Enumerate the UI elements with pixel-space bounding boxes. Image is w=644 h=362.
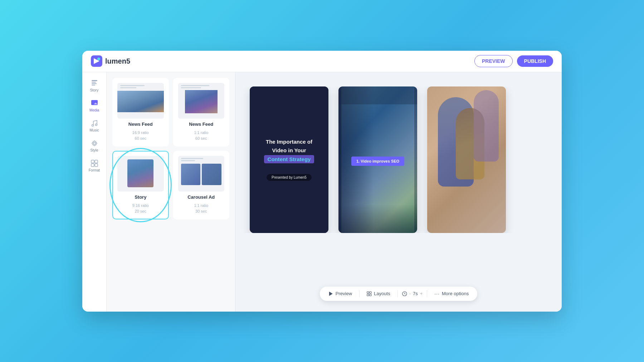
layouts-toolbar-btn[interactable]: Layouts [364,289,393,298]
carousel-ad-meta: 1:1 ratio 30 sec [194,203,208,214]
media-icon [91,99,98,107]
sidebar-format-label: Format [89,168,100,172]
layouts-toolbar-label: Layouts [374,291,390,296]
logo-text: lumen5 [105,57,130,65]
news-feed-16-9-meta: 16:9 ratio 60 sec [132,130,149,142]
svg-rect-3 [92,80,97,81]
news-feed-1-1-meta: 1:1 ratio 60 sec [194,130,208,142]
slide-title-line1: The Importance of [266,138,312,145]
main-content: Story Media Music [82,72,562,312]
sidebar-icons: Story Media Music [82,72,107,312]
svg-rect-4 [92,82,96,83]
preview-area: The Importance of Video in Your Content … [235,72,562,312]
news-feed-1-1-title: News Feed [189,122,213,127]
svg-rect-21 [370,294,371,296]
app-window: lumen5 PREVIEW PUBLISH Story [82,51,562,312]
sidebar-style-label: Style [90,148,98,152]
sidebar-item-format[interactable]: Format [82,157,106,175]
format-card-news-feed-1-1[interactable]: News Feed 1:1 ratio 60 sec [173,78,230,147]
slide-highlight: Content Strategy [264,155,314,163]
svg-point-11 [95,124,97,125]
style-icon [91,139,98,147]
format-card-news-feed-16-9[interactable]: News Feed 16:9 ratio 60 sec [112,78,169,147]
story-icon [91,79,98,87]
format-card-story[interactable]: Story 9:16 ratio 20 sec [112,151,169,219]
svg-marker-17 [329,292,333,296]
toolbar-divider-1 [359,290,360,297]
more-options-label: More options [442,291,469,296]
layouts-icon [367,291,372,296]
publish-button[interactable]: PUBLISH [517,55,553,67]
svg-rect-5 [92,83,97,84]
slide-3-content [427,86,506,233]
svg-rect-13 [91,160,94,163]
svg-point-2 [97,58,100,60]
logo-icon [91,55,102,67]
slide-2-label: 1. Video improves SEO [351,157,404,166]
slide-1[interactable]: The Importance of Video in Your Content … [250,86,328,233]
slide-2-content: 1. Video improves SEO [338,86,417,233]
preview-button[interactable]: PREVIEW [474,55,513,67]
preview-toolbar-label: Preview [336,291,352,296]
bottom-toolbar: Preview Layouts [320,287,477,301]
format-icon [91,159,98,167]
svg-point-10 [92,124,93,126]
story-title: Story [135,194,146,200]
svg-rect-19 [370,292,371,293]
more-options-btn[interactable]: ··· More options [431,289,472,298]
format-grid: News Feed 16:9 ratio 60 sec [112,78,229,219]
sidebar-story-label: Story [90,88,98,92]
more-options-dots: ··· [434,291,440,297]
preview-toolbar-btn[interactable]: Preview [326,289,355,298]
story-meta: 9:16 ratio 20 sec [132,203,149,214]
clock-icon [402,291,407,296]
svg-rect-18 [367,292,369,293]
svg-rect-14 [95,160,98,163]
svg-rect-20 [367,294,369,296]
sidebar-item-story[interactable]: Story [82,76,106,95]
play-icon [328,291,333,296]
time-value: 7s [413,291,418,296]
sidebar-item-media[interactable]: Media [82,96,106,115]
sidebar-item-style[interactable]: Style [82,137,106,155]
story-slide-content: The Importance of Video in Your Content … [250,86,328,233]
header: lumen5 PREVIEW PUBLISH [82,51,562,72]
logo: lumen5 [91,55,130,67]
music-icon [91,119,98,127]
svg-rect-6 [92,85,95,85]
carousel-ad-title: Carousel Ad [187,194,215,200]
svg-point-8 [92,101,94,103]
svg-rect-15 [91,164,94,167]
toolbar-divider-3 [427,290,427,297]
format-card-carousel-ad[interactable]: Carousel Ad 1:1 ratio 30 sec [173,151,230,219]
toolbar-time[interactable]: - 7s + [402,291,423,296]
sidebar-item-music[interactable]: Music [82,116,106,135]
svg-point-12 [93,142,96,144]
svg-rect-16 [95,164,98,167]
toolbar-divider-2 [397,290,398,297]
header-actions: PREVIEW PUBLISH [474,55,553,67]
slide-2[interactable]: 1. Video improves SEO [338,86,417,233]
sidebar-music-label: Music [89,128,99,132]
preview-slides: The Importance of Video in Your Content … [235,86,562,233]
slide-title-line2: Video in Your [272,147,306,154]
slide-presented-by: Presented by Lumen5 [267,174,312,181]
sidebar-media-label: Media [89,108,99,112]
slide-3[interactable] [427,86,506,233]
format-panel: News Feed 16:9 ratio 60 sec [107,72,235,312]
news-feed-16-9-title: News Feed [128,122,153,127]
